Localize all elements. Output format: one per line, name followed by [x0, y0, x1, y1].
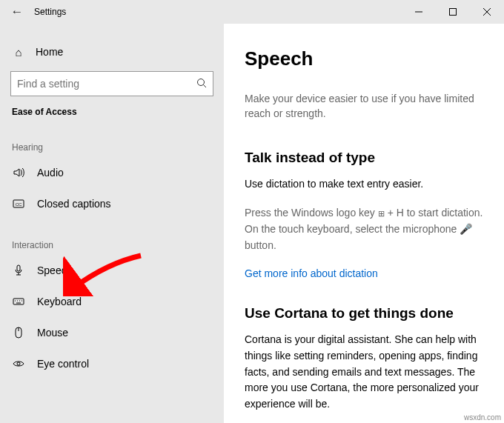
svg-rect-1 — [450, 9, 457, 16]
page-lede: Make your device easier to use if you ha… — [245, 91, 488, 121]
sidebar-item-label: Audio — [37, 167, 64, 179]
svg-point-17 — [17, 362, 20, 365]
sidebar-item-label: Eye control — [37, 358, 89, 370]
sidebar: ⌂ Home Ease of Access Hearing Audio CC C… — [0, 24, 224, 423]
closed-captions-icon: CC — [12, 198, 25, 210]
sidebar-item-closed-captions[interactable]: CC Closed captions — [0, 188, 224, 219]
group-hearing: Hearing — [0, 121, 224, 157]
keyboard-icon — [12, 296, 25, 307]
cortana-body: Cortana is your digital assistant. She c… — [245, 332, 488, 412]
title-bar: ← Settings — [0, 0, 504, 24]
svg-line-5 — [204, 84, 207, 87]
dictation-info-link[interactable]: Get more info about dictation — [245, 267, 378, 279]
sidebar-item-label: Closed captions — [37, 198, 111, 210]
sidebar-item-label: Keyboard — [37, 296, 82, 307]
search-icon — [196, 78, 207, 90]
sidebar-item-label: Speech — [37, 264, 72, 276]
back-button[interactable]: ← — [0, 4, 34, 19]
microphone-icon — [12, 264, 25, 276]
search-input[interactable] — [17, 78, 196, 90]
main-content: Speech Make your device easier to use if… — [224, 24, 504, 423]
sidebar-item-mouse[interactable]: Mouse — [0, 317, 224, 348]
search-box[interactable] — [10, 71, 213, 96]
window-controls — [402, 0, 504, 24]
svg-rect-8 — [17, 265, 20, 271]
svg-text:CC: CC — [16, 202, 22, 207]
home-icon: ⌂ — [12, 46, 25, 59]
minimize-button[interactable] — [402, 0, 436, 24]
maximize-button[interactable] — [436, 0, 470, 24]
home-label: Home — [36, 46, 63, 58]
windows-key-icon: ⊞ — [378, 207, 385, 220]
sidebar-item-keyboard[interactable]: Keyboard — [0, 286, 224, 317]
talk-howto: Press the Windows logo key ⊞ + H to star… — [245, 205, 488, 253]
category-heading: Ease of Access — [0, 96, 224, 121]
watermark: wsxdn.com — [464, 413, 501, 422]
mouse-icon — [12, 327, 25, 339]
home-link[interactable]: ⌂ Home — [0, 37, 224, 67]
microphone-icon: 🎤 — [460, 223, 472, 235]
close-button[interactable] — [470, 0, 504, 24]
sidebar-item-audio[interactable]: Audio — [0, 157, 224, 188]
window-title: Settings — [34, 7, 402, 17]
talk-intro: Use dictation to make text entry easier. — [245, 176, 488, 193]
svg-point-4 — [198, 79, 205, 85]
talk-heading: Talk instead of type — [245, 150, 488, 166]
cortana-heading: Use Cortana to get things done — [245, 305, 488, 322]
sidebar-item-label: Mouse — [37, 327, 68, 339]
svg-rect-9 — [13, 299, 24, 304]
eye-icon — [12, 358, 25, 370]
group-interaction: Interaction — [0, 219, 224, 255]
sidebar-item-speech[interactable]: Speech — [0, 255, 224, 286]
audio-icon — [12, 167, 25, 179]
sidebar-item-eye-control[interactable]: Eye control — [0, 348, 224, 379]
page-title: Speech — [245, 47, 488, 70]
